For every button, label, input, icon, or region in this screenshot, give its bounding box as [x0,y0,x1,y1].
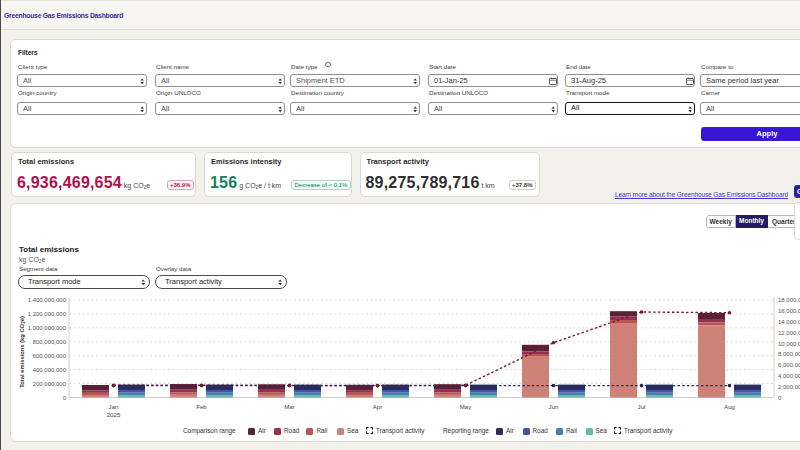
svg-text:Jul: Jul [638,403,646,410]
svg-text:1,000,000,000: 1,000,000,000 [28,325,67,331]
svg-text:Total emissions (kg CO2e): Total emissions (kg CO2e) [19,316,26,388]
svg-text:8,000,000,000: 8,000,000,000 [778,351,800,357]
svg-text:16,000,000,000: 16,000,000,000 [778,308,800,314]
svg-text:0: 0 [778,395,782,401]
svg-text:May: May [460,403,472,410]
svg-text:2025: 2025 [107,411,121,418]
svg-text:0: 0 [63,395,67,401]
svg-text:18,000,000,000: 18,000,000,000 [778,297,800,303]
svg-text:600,000,000: 600,000,000 [33,353,67,359]
svg-text:10,000,000,000: 10,000,000,000 [778,341,800,347]
svg-text:2,000,000,000: 2,000,000,000 [778,384,800,390]
svg-text:4,000,000,000: 4,000,000,000 [778,373,800,379]
svg-text:Apr: Apr [373,403,382,410]
svg-text:1,200,000,000: 1,200,000,000 [28,311,67,317]
svg-text:200,000,000: 200,000,000 [33,381,67,387]
svg-text:Aug: Aug [724,403,735,410]
svg-text:6,000,000,000: 6,000,000,000 [778,362,800,368]
svg-text:1,400,000,000: 1,400,000,000 [28,297,67,303]
svg-text:400,000,000: 400,000,000 [33,367,67,373]
svg-text:Jun: Jun [549,403,559,410]
svg-text:Mar: Mar [284,403,295,410]
svg-text:12,000,000,000: 12,000,000,000 [778,330,800,336]
svg-text:Jan: Jan [109,403,119,410]
svg-text:14,000,000,000: 14,000,000,000 [778,319,800,325]
svg-text:Feb: Feb [196,403,207,410]
svg-text:800,000,000: 800,000,000 [33,339,67,345]
